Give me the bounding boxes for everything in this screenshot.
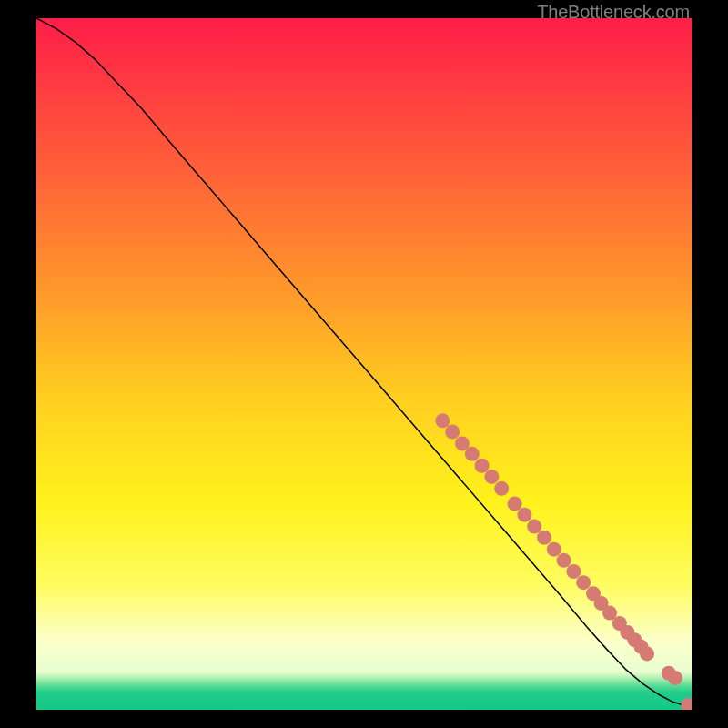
data-point: [465, 447, 480, 461]
data-point: [435, 413, 450, 428]
data-point: [445, 424, 460, 439]
data-point: [576, 575, 591, 590]
data-point: [537, 531, 551, 545]
data-point: [566, 564, 581, 579]
data-point: [508, 497, 522, 511]
data-point: [668, 671, 682, 685]
data-point: [557, 553, 571, 568]
data-point: [527, 520, 541, 534]
data-point: [484, 470, 499, 484]
data-point: [494, 481, 509, 496]
data-point: [547, 542, 561, 557]
data-point: [475, 459, 490, 473]
heatmap-background: [36, 18, 692, 710]
chart-frame: TheBottleneck.com: [0, 0, 728, 728]
data-point: [517, 508, 531, 522]
bottleneck-chart: [36, 18, 692, 710]
data-point: [640, 646, 654, 661]
